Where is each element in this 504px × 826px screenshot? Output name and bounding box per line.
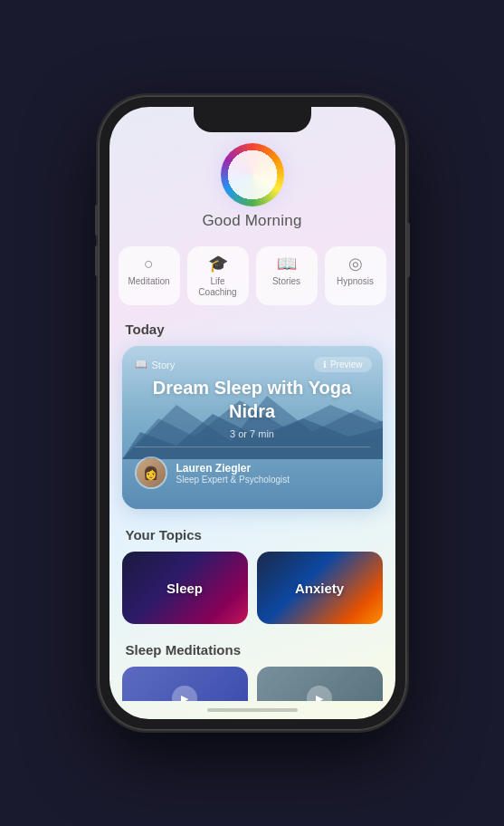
sleep-topic-label: Sleep (166, 581, 203, 596)
category-hypnosis[interactable]: ◎ Hypnosis (325, 246, 386, 305)
rainbow-circle-icon (221, 143, 284, 206)
power-button (406, 223, 410, 277)
home-bar (207, 708, 298, 712)
category-meditation[interactable]: ○ Meditation (119, 246, 180, 305)
stories-icon: 📖 (277, 255, 297, 272)
preview-icon: ℹ (323, 360, 327, 370)
today-heading: Today (109, 322, 395, 337)
home-indicator (109, 701, 395, 719)
stories-label: Stories (272, 276, 300, 287)
rainbow-circle-wrapper (109, 143, 395, 206)
meditation-card-1[interactable]: ▶ (122, 667, 248, 701)
story-icon: 📖 (135, 359, 147, 370)
topic-anxiety[interactable]: Anxiety (257, 552, 383, 624)
volume-up-button (95, 205, 99, 235)
category-life-coaching[interactable]: 🎓 Life Coaching (187, 246, 249, 305)
author-name: Lauren Ziegler (176, 462, 290, 475)
phone-notch (194, 107, 311, 132)
sleep-meditation-row: ▶ ▶ (109, 667, 395, 701)
volume-down-button (95, 245, 99, 276)
hypnosis-label: Hypnosis (337, 276, 374, 287)
meditation-label: Meditation (128, 276, 169, 287)
card-author: 👩 Lauren Ziegler Sleep Expert & Psycholo… (135, 456, 370, 502)
categories-row: ○ Meditation 🎓 Life Coaching 📖 Stories ◎… (109, 246, 395, 305)
anxiety-topic-label: Anxiety (295, 581, 344, 596)
play-button-1[interactable]: ▶ (172, 686, 197, 701)
life-coaching-icon: 🎓 (208, 255, 228, 272)
play-button-2[interactable]: ▶ (307, 686, 332, 701)
phone-screen: Good Morning ○ Meditation 🎓 Life Coachin… (109, 107, 395, 719)
meditation-icon: ○ (144, 255, 154, 272)
topics-grid: Sleep Anxiety (109, 552, 395, 624)
topic-sleep[interactable]: Sleep (122, 552, 248, 624)
card-title: Dream Sleep with Yoga Nidra (135, 376, 370, 423)
author-avatar: 👩 (135, 456, 167, 489)
avatar-image: 👩 (137, 458, 166, 487)
greeting-text: Good Morning (109, 212, 395, 230)
topics-heading: Your Topics (109, 527, 395, 543)
category-stories[interactable]: 📖 Stories (256, 246, 318, 305)
today-card[interactable]: ℹ Preview 📖 Story Dream Sleep with Yoga … (122, 346, 383, 509)
life-coaching-label: Life Coaching (195, 276, 242, 298)
phone-frame: Good Morning ○ Meditation 🎓 Life Coachin… (99, 96, 406, 730)
card-duration: 3 or 7 min (135, 428, 370, 439)
hypnosis-icon: ◎ (348, 255, 363, 272)
author-title-text: Sleep Expert & Psychologist (176, 475, 290, 485)
author-info: Lauren Ziegler Sleep Expert & Psychologi… (176, 462, 290, 485)
card-divider (135, 447, 370, 447)
preview-badge[interactable]: ℹ Preview (314, 357, 372, 372)
meditation-card-2[interactable]: ▶ (257, 667, 383, 701)
main-scroll-area[interactable]: Good Morning ○ Meditation 🎓 Life Coachin… (109, 107, 395, 701)
preview-label: Preview (330, 360, 363, 370)
sleep-meditations-heading: Sleep Meditations (109, 642, 395, 658)
